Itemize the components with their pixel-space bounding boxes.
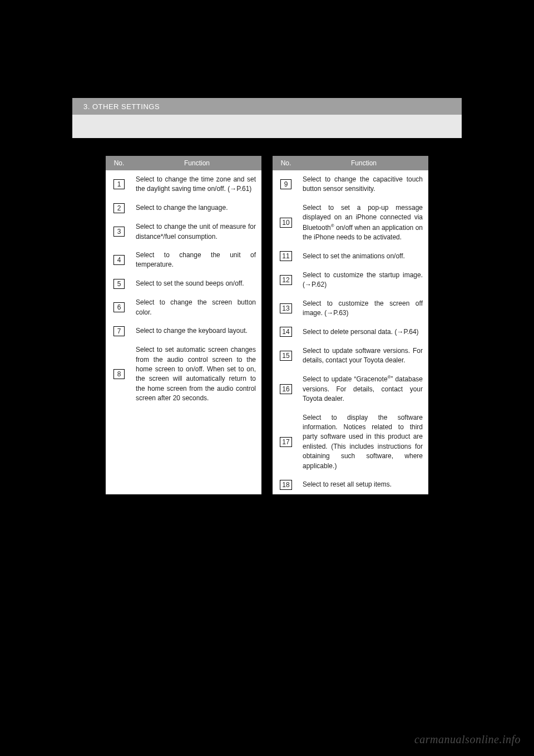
- row-function-cell: Select to update “Gracenote®” database v…: [299, 370, 428, 408]
- row-function-cell: Select to change the unit of measure for…: [132, 218, 261, 246]
- table-row: 7Select to change the keyboard layout.: [106, 322, 261, 341]
- table-row: 16Select to update “Gracenote®” database…: [273, 370, 428, 408]
- row-function-cell: Select to display the software informati…: [299, 409, 428, 475]
- row-function-cell: Select to customize the startup image. (…: [299, 266, 428, 294]
- table-row: 2Select to change the language.: [106, 199, 261, 218]
- watermark: carmanualsonline.info: [414, 733, 521, 746]
- row-function-cell: Select to set the animations on/off.: [299, 247, 428, 266]
- col-header-function: Function: [132, 156, 261, 170]
- boxed-number-icon: 15: [280, 351, 291, 361]
- row-number-cell: 8: [106, 341, 132, 408]
- table-row: 15Select to update software versions. Fo…: [273, 342, 428, 370]
- row-function-cell: Select to change the time zone and set t…: [132, 170, 261, 199]
- row-number-cell: 18: [273, 475, 299, 494]
- row-number-cell: 12: [273, 266, 299, 294]
- table-row: 14Select to delete personal data. (→P.64…: [273, 322, 428, 341]
- boxed-number-icon: 1: [113, 179, 125, 189]
- table-row: 12Select to customize the startup image.…: [273, 266, 428, 294]
- row-number-cell: 2: [106, 199, 132, 218]
- row-function-cell: Select to delete personal data. (→P.64): [299, 322, 428, 341]
- boxed-number-icon: 12: [280, 275, 291, 285]
- boxed-number-icon: 7: [113, 326, 125, 336]
- table-row: 8Select to set automatic screen changes …: [106, 341, 261, 408]
- boxed-number-icon: 4: [113, 255, 125, 265]
- row-number-cell: 5: [106, 274, 132, 293]
- boxed-number-icon: 16: [280, 384, 291, 394]
- function-table-right: No. Function 9Select to change the capac…: [273, 156, 428, 494]
- row-number-cell: 15: [273, 342, 299, 370]
- col-header-no: No.: [273, 156, 299, 170]
- row-number-cell: 9: [273, 170, 299, 199]
- col-header-function: Function: [299, 156, 428, 170]
- table-row: 17Select to display the software informa…: [273, 409, 428, 475]
- boxed-number-icon: 18: [280, 480, 291, 490]
- row-number-cell: 13: [273, 294, 299, 323]
- col-header-no: No.: [106, 156, 132, 170]
- boxed-number-icon: 14: [280, 327, 291, 337]
- row-function-cell: Select to set automatic screen changes f…: [132, 341, 261, 408]
- right-tbody: 9Select to change the capacitive touch b…: [273, 170, 428, 494]
- row-function-cell: Select to change the capacitive touch bu…: [299, 170, 428, 199]
- table-row: 4Select to change the unit of temperatur…: [106, 246, 261, 274]
- row-number-cell: 3: [106, 218, 132, 246]
- boxed-number-icon: 5: [113, 279, 125, 289]
- table-row: 13Select to customize the screen off ima…: [273, 294, 428, 323]
- table-row: 6Select to change the screen button colo…: [106, 293, 261, 322]
- row-function-cell: Select to change the screen button color…: [132, 293, 261, 322]
- sub-header-band: [72, 115, 462, 138]
- section-header-bar: 3. OTHER SETTINGS: [72, 98, 462, 115]
- boxed-number-icon: 11: [280, 251, 291, 261]
- table-row: 1Select to change the time zone and set …: [106, 170, 261, 199]
- boxed-number-icon: 8: [113, 369, 125, 379]
- row-number-cell: 7: [106, 322, 132, 341]
- boxed-number-icon: 3: [113, 227, 125, 237]
- boxed-number-icon: 13: [280, 303, 291, 313]
- table-row: 9Select to change the capacitive touch b…: [273, 170, 428, 199]
- row-function-cell: Select to reset all setup items.: [299, 475, 428, 494]
- row-number-cell: 6: [106, 293, 132, 322]
- left-tbody: 1Select to change the time zone and set …: [106, 170, 261, 408]
- table-row: 18Select to reset all setup items.: [273, 475, 428, 494]
- row-function-cell: Select to update software versions. For …: [299, 342, 428, 370]
- boxed-number-icon: 6: [113, 302, 125, 312]
- function-table-left: No. Function 1Select to change the time …: [106, 156, 261, 408]
- table-row: 5Select to set the sound beeps on/off.: [106, 274, 261, 293]
- row-number-cell: 16: [273, 370, 299, 408]
- table-row: 3Select to change the unit of measure fo…: [106, 218, 261, 246]
- left-column: No. Function 1Select to change the time …: [106, 156, 261, 494]
- section-title: 3. OTHER SETTINGS: [83, 102, 160, 111]
- row-function-cell: Select to set the sound beeps on/off.: [132, 274, 261, 293]
- right-column: No. Function 9Select to change the capac…: [273, 156, 428, 494]
- boxed-number-icon: 2: [113, 203, 125, 213]
- content-area: No. Function 1Select to change the time …: [106, 156, 428, 494]
- row-number-cell: 4: [106, 246, 132, 274]
- row-number-cell: 1: [106, 170, 132, 199]
- boxed-number-icon: 17: [280, 437, 291, 447]
- table-row: 10Select to set a pop-up message display…: [273, 199, 428, 247]
- row-number-cell: 14: [273, 322, 299, 341]
- table-row: 11Select to set the animations on/off.: [273, 247, 428, 266]
- row-number-cell: 10: [273, 199, 299, 247]
- row-number-cell: 11: [273, 247, 299, 266]
- boxed-number-icon: 10: [280, 218, 291, 228]
- row-function-cell: Select to change the unit of temperature…: [132, 246, 261, 274]
- row-function-cell: Select to change the language.: [132, 199, 261, 218]
- boxed-number-icon: 9: [280, 179, 291, 189]
- row-number-cell: 17: [273, 409, 299, 475]
- row-function-cell: Select to set a pop-up message displayed…: [299, 199, 428, 247]
- row-function-cell: Select to customize the screen off image…: [299, 294, 428, 323]
- row-function-cell: Select to change the keyboard layout.: [132, 322, 261, 341]
